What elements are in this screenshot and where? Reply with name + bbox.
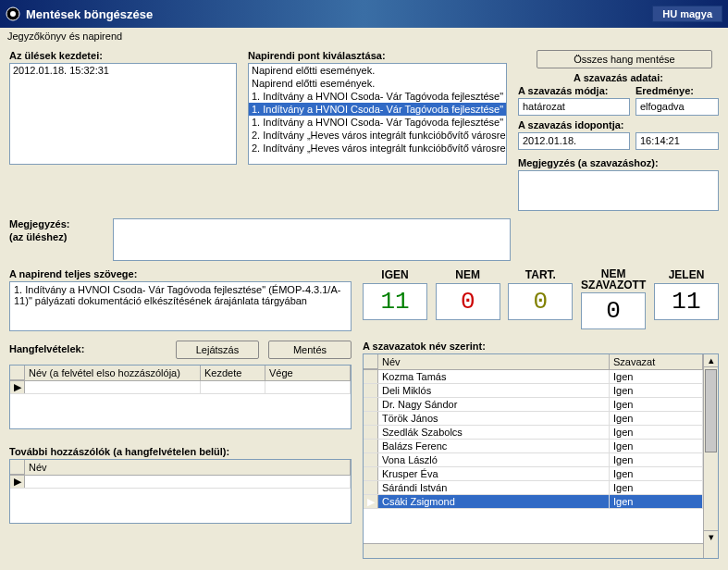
window-title: Mentések böngészése [26,7,153,21]
row-indicator-icon [364,467,378,480]
table-row[interactable]: Kozma TamásIgen [364,370,703,384]
voter-name: Sárándi István [378,481,610,494]
voter-vote: Igen [610,398,703,411]
col-speaker-name: Név [25,460,351,475]
list-item[interactable]: 1. Indítvány a HVNOI Csoda- Vár Tagóvoda… [249,116,506,129]
row-indicator-icon [364,426,378,439]
vote-result-label: Eredménye: [635,85,719,96]
speakers-grid[interactable]: Név ▶ [9,459,352,524]
voter-vote: Igen [610,453,703,466]
sessions-listbox[interactable]: 2012.01.18. 15:32:31 [9,63,237,165]
row-indicator-icon [364,412,378,425]
igen-value: 11 [363,283,427,320]
nem-value: 0 [436,283,500,320]
by-name-label: A szavazatok név szerint: [363,341,719,352]
voter-vote: Igen [610,412,703,425]
session-note-field[interactable] [113,218,511,261]
vote-note-field[interactable] [518,170,719,211]
voter-vote: Igen [610,467,703,480]
nem-label: NEM [455,268,480,281]
svg-point-1 [10,11,16,17]
voter-name: Török János [378,412,610,425]
table-row[interactable]: ▶Csáki ZsigmondIgen [364,495,703,509]
recordings-grid[interactable]: Név (a felvétel elso hozzászólója) Kezde… [9,365,352,429]
table-row[interactable]: Deli MiklósIgen [364,384,703,398]
agenda-full-label: A napirend teljes szövege: [9,268,352,279]
list-item[interactable]: 2. Indítvány „Heves város integrált funk… [249,129,506,142]
agenda-label: Napirendi pont kiválasztása: [248,50,507,61]
vote-time-label: A szavazás idopontja: [518,119,719,130]
vote-time-field[interactable]: 16:14:21 [635,132,719,150]
list-item[interactable]: 2. Indítvány „Heves város integrált funk… [249,142,506,155]
jelen-value: 11 [654,283,719,320]
row-indicator-icon: ▶ [364,495,378,508]
voter-name: Deli Miklós [378,384,610,397]
language-indicator[interactable]: HU magya [652,6,722,22]
voter-vote: Igen [610,440,703,452]
voter-name: Balázs Ferenc [378,440,610,452]
voter-name: Csáki Zsigmond [378,495,610,508]
play-button[interactable]: Lejátszás [176,341,259,359]
row-indicator-icon [364,453,378,466]
vote-mode-field[interactable]: határozat [518,98,630,116]
agenda-listbox[interactable]: Napirend előtti események.Napirend előtt… [248,63,507,165]
jelen-label: JELEN [669,268,705,281]
table-row[interactable]: Szedlák SzabolcsIgen [364,426,703,440]
voter-name: Szedlák Szabolcs [378,426,610,439]
voter-name: Vona László [378,453,610,466]
list-item[interactable]: 1. Indítvány a HVNOI Csoda- Vár Tagóvoda… [249,90,506,103]
table-row[interactable]: Balázs FerencIgen [364,440,703,453]
list-item[interactable]: 2012.01.18. 15:32:31 [10,64,236,77]
row-indicator-icon [364,481,378,494]
session-note-label2: (az üléshez) [9,231,102,242]
igen-label: IGEN [381,268,408,281]
vote-mode-label: A szavazás módja: [518,85,630,96]
votes-grid[interactable]: Név Szavazat Kozma TamásIgenDeli MiklósI… [363,353,719,559]
scrollbar-horizontal[interactable] [364,543,703,558]
voter-vote: Igen [610,481,703,494]
row-indicator-icon: ▶ [10,381,25,393]
speakers-label: További hozzászólók (a hangfelvételen be… [9,446,352,457]
vote-result-field[interactable]: elfogadva [635,98,719,116]
list-item[interactable]: Napirend előtti események. [249,77,506,90]
nemsz-value: 0 [581,292,646,329]
row-indicator-icon [364,370,378,383]
voter-name: Krusper Éva [378,467,610,480]
list-item[interactable]: Napirend előtti események. [249,64,506,77]
tart-label: TART. [525,268,556,281]
voter-name: Dr. Nagy Sándor [378,398,610,411]
row-indicator-icon [364,440,378,452]
table-row[interactable]: Krusper ÉvaIgen [364,467,703,481]
save-all-button[interactable]: Összes hang mentése [537,50,712,68]
subtitle: Jegyzőkönyv és napirend [0,28,728,44]
tart-value: 0 [508,283,573,320]
vote-note-label: Megjegyzés (a szavazáshoz): [518,157,719,168]
list-item[interactable]: 1. Indítvány a HVNOI Csoda- Vár Tagóvoda… [249,103,506,116]
table-row[interactable]: Sárándi IstvánIgen [364,481,703,495]
table-row[interactable]: Török JánosIgen [364,412,703,426]
titlebar: Mentések böngészése HU magya [0,0,728,28]
row-indicator-icon [364,384,378,397]
col-name: Név (a felvétel elso hozzászólója) [25,366,201,380]
voter-vote: Igen [610,426,703,439]
col-start: Kezdete [201,366,265,380]
voter-vote: Igen [610,370,703,383]
save-button[interactable]: Mentés [268,341,352,359]
recordings-label: Hangfelvételek: [9,343,167,354]
table-row[interactable]: Vona LászlóIgen [364,453,703,467]
agenda-full-text[interactable]: 1. Indítvány a HVNOI Csoda- Vár Tagóvoda… [9,281,352,331]
vote-date-field[interactable]: 2012.01.18. [518,132,630,150]
row-indicator-icon [364,398,378,411]
col-voter-vote: Szavazat [610,354,703,369]
voter-vote: Igen [610,495,703,508]
nemsz-label: NEMSZAVAZOTT [581,268,646,291]
voter-name: Kozma Tamás [378,370,610,383]
row-indicator-icon: ▶ [10,476,25,488]
vote-data-header: A szavazás adatai: [518,72,719,83]
table-row[interactable]: Dr. Nagy SándorIgen [364,398,703,412]
voter-vote: Igen [610,384,703,397]
sessions-label: Az ülések kezdetei: [9,50,237,61]
app-icon [6,6,20,21]
scrollbar-vertical[interactable]: ▴ ▾ [703,354,718,558]
col-voter-name: Név [378,354,610,369]
